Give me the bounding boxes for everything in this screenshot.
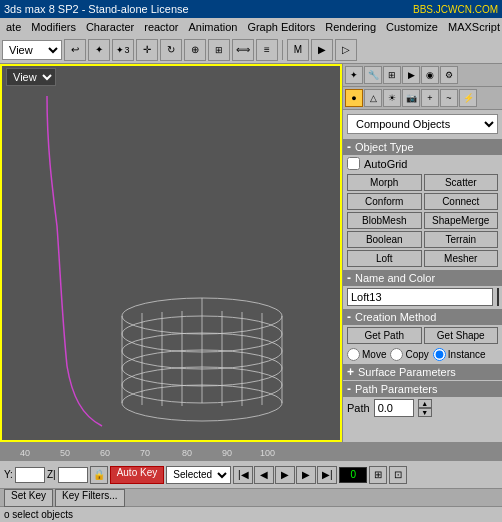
set-key-button[interactable]: Set Key: [4, 489, 53, 507]
render2-button[interactable]: ▷: [335, 39, 357, 61]
menu-rendering[interactable]: Rendering: [321, 20, 380, 34]
creation-btns: Get Path Get Shape: [343, 325, 502, 346]
path-spin-up[interactable]: ▲: [418, 399, 432, 408]
website-label: BBS.JCWCN.COM: [413, 4, 498, 15]
status-text: o select objects: [4, 509, 73, 520]
panel-icon-motion[interactable]: ▶: [402, 66, 420, 84]
blobmesh-button[interactable]: BlobMesh: [347, 212, 422, 229]
move-button[interactable]: ✛: [136, 39, 158, 61]
prev-frame-button[interactable]: ◀: [254, 466, 274, 484]
scene-svg: [2, 66, 340, 440]
viewport[interactable]: View: [0, 64, 342, 442]
rotate-button[interactable]: ↻: [160, 39, 182, 61]
key-filters-button[interactable]: Key Filters...: [55, 489, 125, 507]
move-radio-label[interactable]: Move: [347, 348, 386, 361]
creation-method-minus[interactable]: -: [347, 310, 351, 324]
conform-button[interactable]: Conform: [347, 193, 422, 210]
panel-icon-modify[interactable]: 🔧: [364, 66, 382, 84]
align-button[interactable]: ≡: [256, 39, 278, 61]
undo-button[interactable]: ↩: [64, 39, 86, 61]
z-label: Z|: [47, 469, 56, 480]
ruler-tick-70: 70: [140, 448, 150, 458]
panel-icon-hierarchy[interactable]: ⊞: [383, 66, 401, 84]
ruler-tick-80: 80: [182, 448, 192, 458]
auto-key-button[interactable]: Auto Key: [110, 466, 165, 484]
playback-group: |◀ ◀ ▶ ▶ ▶|: [233, 466, 337, 484]
move-radio[interactable]: [347, 348, 360, 361]
scale-button[interactable]: ⊕: [184, 39, 206, 61]
material-button[interactable]: M: [287, 39, 309, 61]
menu-character[interactable]: Character: [82, 20, 138, 34]
snap-button[interactable]: ⊞: [208, 39, 230, 61]
menu-maxscript[interactable]: MAXScript: [444, 20, 502, 34]
panel-icon-geo[interactable]: ●: [345, 89, 363, 107]
shapemerge-button[interactable]: ShapeMerge: [424, 212, 499, 229]
surface-params-plus[interactable]: +: [347, 365, 354, 379]
terrain-button[interactable]: Terrain: [424, 231, 499, 248]
path-input[interactable]: [374, 399, 414, 417]
z-value: [58, 467, 88, 483]
copy-radio[interactable]: [390, 348, 403, 361]
menu-graph-editors[interactable]: Graph Editors: [243, 20, 319, 34]
play-button[interactable]: ▶: [275, 466, 295, 484]
instance-radio-label[interactable]: Instance: [433, 348, 486, 361]
boolean-button[interactable]: Boolean: [347, 231, 422, 248]
goto-end-button[interactable]: ▶|: [317, 466, 337, 484]
render-button[interactable]: ▶: [311, 39, 333, 61]
menu-customize[interactable]: Customize: [382, 20, 442, 34]
autogrid-label: AutoGrid: [364, 158, 407, 170]
object-type-minus[interactable]: -: [347, 140, 351, 154]
panel-icon-utilities[interactable]: ⚙: [440, 66, 458, 84]
object-type-grid: Morph Scatter Conform Connect BlobMesh S…: [343, 172, 502, 269]
panel-icon-spacewarps[interactable]: ~: [440, 89, 458, 107]
view-dropdown[interactable]: View: [2, 40, 62, 60]
path-spin-down[interactable]: ▼: [418, 408, 432, 417]
panel-icon-cameras[interactable]: 📷: [402, 89, 420, 107]
goto-start-button[interactable]: |◀: [233, 466, 253, 484]
scatter-button[interactable]: Scatter: [424, 174, 499, 191]
menu-ate[interactable]: ate: [2, 20, 25, 34]
num3-button[interactable]: ✦3: [112, 39, 134, 61]
path-params-minus[interactable]: -: [347, 382, 351, 396]
main-toolbar: View ↩ ✦ ✦3 ✛ ↻ ⊕ ⊞ ⟺ ≡ M ▶ ▷: [0, 36, 502, 64]
ruler-tick-100: 100: [260, 448, 275, 458]
color-swatch[interactable]: [497, 288, 499, 306]
menu-animation[interactable]: Animation: [184, 20, 241, 34]
mirror-button[interactable]: ⟺: [232, 39, 254, 61]
panel-icon-helpers[interactable]: +: [421, 89, 439, 107]
viewport-icon1[interactable]: ⊞: [369, 466, 387, 484]
autogrid-checkbox[interactable]: [347, 157, 360, 170]
instance-radio[interactable]: [433, 348, 446, 361]
name-input[interactable]: [347, 288, 493, 306]
name-color-minus[interactable]: -: [347, 271, 351, 285]
panel-icon-create[interactable]: ✦: [345, 66, 363, 84]
panel-icon-lights[interactable]: ☀: [383, 89, 401, 107]
y-value: [15, 467, 45, 483]
compound-objects-dropdown[interactable]: Compound Objects: [347, 114, 498, 134]
title-bar: 3ds max 8 SP2 - Stand-alone License BBS.…: [0, 0, 502, 18]
compound-objects-container: Compound Objects: [343, 110, 502, 138]
menu-bar: ate Modifiers Character reactor Animatio…: [0, 18, 502, 36]
next-frame-button[interactable]: ▶: [296, 466, 316, 484]
menu-modifiers[interactable]: Modifiers: [27, 20, 80, 34]
panel-icon-display[interactable]: ◉: [421, 66, 439, 84]
frame-counter: 0: [339, 467, 367, 483]
loft-button[interactable]: Loft: [347, 250, 422, 267]
mesher-button[interactable]: Mesher: [424, 250, 499, 267]
panel-icon-shapes[interactable]: △: [364, 89, 382, 107]
copy-radio-label[interactable]: Copy: [390, 348, 428, 361]
panel-icon-systems[interactable]: ⚡: [459, 89, 477, 107]
get-path-button[interactable]: Get Path: [347, 327, 422, 344]
selected-dropdown[interactable]: Selected: [166, 466, 231, 484]
key-lock-icon[interactable]: 🔒: [90, 466, 108, 484]
viewport-icon2[interactable]: ⊡: [389, 466, 407, 484]
select-button[interactable]: ✦: [88, 39, 110, 61]
morph-button[interactable]: Morph: [347, 174, 422, 191]
menu-reactor[interactable]: reactor: [140, 20, 182, 34]
bottom-controls: Y: Z| 🔒 Auto Key Selected |◀ ◀ ▶ ▶ ▶| 0 …: [0, 460, 502, 488]
connect-button[interactable]: Connect: [424, 193, 499, 210]
status-bar: o select objects: [0, 506, 502, 522]
main-area: View: [0, 64, 502, 442]
get-shape-button[interactable]: Get Shape: [424, 327, 499, 344]
name-color-row: [343, 286, 502, 308]
